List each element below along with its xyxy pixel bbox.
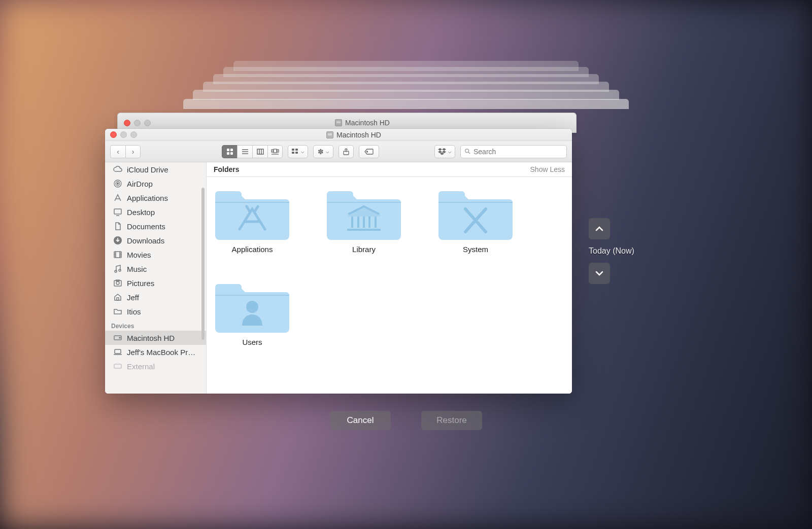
folder-library[interactable]: Library	[323, 186, 404, 254]
history-window-4	[193, 90, 619, 100]
sidebar-item-pictures[interactable]: Pictures	[105, 276, 206, 290]
sidebar-item-label: Downloads	[127, 236, 164, 245]
documents-icon	[113, 222, 122, 231]
svg-point-40	[116, 281, 119, 285]
svg-rect-3	[230, 152, 233, 155]
chevron-down-icon	[595, 269, 604, 278]
sidebar-item-folder[interactable]: Itios	[105, 304, 206, 319]
list-view-button[interactable]	[237, 145, 252, 158]
section-label: Folders	[214, 165, 240, 173]
share-button[interactable]	[339, 145, 354, 158]
folder-icon	[214, 186, 290, 242]
show-less-button[interactable]: Show Less	[530, 165, 565, 173]
forward-button[interactable]: ›	[125, 145, 141, 158]
sidebar-item-label: Jeff	[127, 293, 139, 302]
sidebar-item-music[interactable]: Music	[105, 262, 206, 276]
sidebar-item-documents[interactable]: Documents	[105, 219, 206, 233]
window-title: Macintosh HD	[345, 119, 390, 127]
folder-users[interactable]: Users	[212, 279, 293, 346]
close-button[interactable]	[124, 120, 130, 126]
svg-rect-45	[115, 349, 121, 354]
arrange-button[interactable]: ⌵	[288, 145, 308, 158]
sidebar-item-applications[interactable]: Applications	[105, 191, 206, 205]
apps-icon	[113, 193, 122, 202]
column-view-button[interactable]	[252, 145, 267, 158]
sidebar-item-movies[interactable]: Movies	[105, 248, 206, 262]
coverflow-view-button[interactable]	[267, 145, 283, 158]
sidebar-item-downloads[interactable]: Downloads	[105, 233, 206, 248]
hd-icon	[326, 131, 333, 138]
svg-point-20	[465, 149, 469, 153]
svg-rect-15	[295, 149, 298, 151]
svg-point-19	[367, 151, 368, 152]
search-input[interactable]	[473, 148, 562, 156]
svg-rect-0	[227, 149, 229, 151]
svg-rect-25	[114, 209, 121, 214]
svg-rect-1	[230, 149, 233, 151]
home-icon	[113, 293, 122, 302]
sidebar-item-label: Macintosh HD	[127, 334, 175, 342]
svg-point-38	[119, 269, 121, 271]
hd-icon	[113, 333, 122, 342]
folder-applications[interactable]: Applications	[212, 186, 293, 254]
content-area: Folders Show Less	[207, 162, 572, 394]
svg-rect-14	[292, 149, 294, 151]
timeline-down-button[interactable]	[589, 263, 610, 284]
sidebar-item-desktop[interactable]: Desktop	[105, 205, 206, 219]
search-field[interactable]	[460, 145, 567, 158]
sidebar-item-label: Applications	[127, 194, 168, 202]
sidebar-header-devices: Devices	[105, 319, 206, 331]
svg-point-24	[117, 183, 119, 185]
bottom-buttons: Cancel Restore	[330, 411, 482, 430]
svg-rect-12	[277, 150, 279, 152]
history-window-3	[183, 99, 629, 109]
hd-icon	[113, 362, 122, 371]
folder-system[interactable]: System	[435, 186, 516, 254]
folder-icon	[214, 279, 290, 335]
toolbar: ‹ › ⌵ ✽⌵	[105, 141, 572, 162]
folder-icon	[326, 186, 402, 242]
sidebar-item-label: External	[127, 362, 155, 371]
sidebar-item-label: Music	[127, 265, 147, 273]
minimize-button	[120, 131, 127, 138]
folder-label: Users	[242, 338, 262, 346]
sidebar-item-macintosh-hd[interactable]: Macintosh HD	[105, 331, 206, 345]
sidebar-item-airdrop[interactable]: AirDrop	[105, 177, 206, 191]
sidebar-item-label: Itios	[127, 307, 141, 316]
titlebar[interactable]: Macintosh HD	[105, 129, 572, 141]
sidebar-item-external[interactable]: External	[105, 359, 206, 373]
timeline-up-button[interactable]	[589, 218, 610, 239]
svg-rect-16	[292, 152, 294, 154]
minimize-button	[134, 120, 141, 126]
airdrop-icon	[113, 179, 122, 188]
dropbox-button[interactable]: ⌵	[434, 145, 455, 158]
sidebar-item-label: Jeff's MacBook Pr…	[127, 348, 195, 357]
tags-button[interactable]	[359, 145, 379, 158]
action-button[interactable]: ✽⌵	[313, 145, 333, 158]
svg-rect-47	[114, 364, 121, 368]
scrollbar-thumb[interactable]	[201, 188, 205, 340]
search-icon	[465, 148, 470, 155]
folder-grid: Applications	[207, 177, 572, 394]
laptop-icon	[113, 347, 122, 357]
svg-rect-7	[257, 149, 263, 154]
sidebar-item-macbook[interactable]: Jeff's MacBook Pr…	[105, 345, 206, 359]
folder-label: Applications	[232, 245, 273, 254]
pictures-icon	[113, 278, 122, 288]
restore-button[interactable]: Restore	[421, 411, 482, 430]
svg-rect-17	[295, 152, 298, 154]
svg-rect-2	[227, 152, 229, 155]
icon-view-button[interactable]	[222, 145, 237, 158]
sidebar: iCloud Drive AirDrop Applications Deskto…	[105, 162, 207, 394]
close-button[interactable]	[110, 131, 117, 138]
zoom-button	[144, 120, 151, 126]
timeline-label: Today (Now)	[589, 246, 634, 256]
folder-icon	[437, 186, 514, 242]
sidebar-item-label: AirDrop	[127, 180, 153, 188]
back-button[interactable]: ‹	[110, 145, 125, 158]
sidebar-item-label: iCloud Drive	[127, 165, 168, 174]
nav-buttons: ‹ ›	[110, 145, 141, 158]
sidebar-item-icloud-drive[interactable]: iCloud Drive	[105, 162, 206, 177]
cancel-button[interactable]: Cancel	[330, 411, 391, 430]
sidebar-item-home[interactable]: Jeff	[105, 290, 206, 304]
